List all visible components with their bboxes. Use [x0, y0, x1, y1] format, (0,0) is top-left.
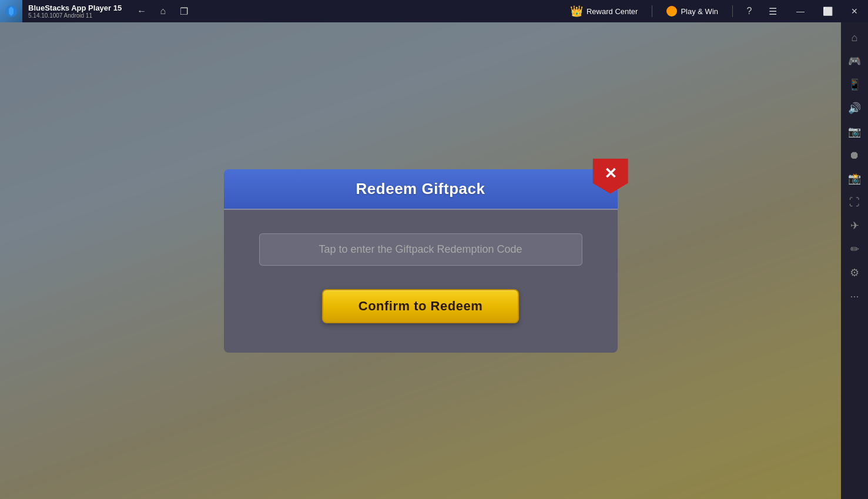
redemption-code-input[interactable] — [259, 233, 582, 266]
separator2 — [732, 5, 733, 17]
app-logo — [0, 0, 22, 22]
titlebar: BlueStacks App Player 15 5.14.10.1007 An… — [0, 0, 868, 22]
titlebar-actions: 👑 Reward Center Play & Win ? ☰ — [563, 2, 782, 21]
tabs-button[interactable]: ❐ — [175, 2, 193, 21]
orange-circle-icon — [666, 6, 677, 16]
sidebar-more-icon[interactable]: ··· — [844, 286, 865, 307]
sidebar-volume-icon[interactable]: 🔊 — [844, 98, 865, 119]
app-info: BlueStacks App Player 15 5.14.10.1007 An… — [22, 2, 128, 20]
close-shield: ✕ — [593, 159, 628, 194]
nav-controls: ← ⌂ ❐ — [132, 2, 193, 21]
sidebar-airplane-icon[interactable]: ✈ — [844, 215, 865, 236]
minimize-button[interactable]: — — [787, 0, 814, 22]
sidebar-settings-icon[interactable]: ⚙ — [844, 262, 865, 283]
crown-icon: 👑 — [570, 5, 583, 18]
sidebar-home-icon[interactable]: ⌂ — [844, 27, 865, 48]
sidebar-edit-icon[interactable]: ✏ — [844, 239, 865, 260]
app-version: 5.14.10.1007 Android 11 — [28, 12, 122, 19]
right-sidebar: ⌂ 🎮 📱 🔊 📷 ⏺ 📸 ⛶ ✈ ✏ ⚙ ··· — [841, 22, 868, 499]
app-name: BlueStacks App Player 15 — [28, 4, 122, 12]
sidebar-portrait-icon[interactable]: 📱 — [844, 74, 865, 95]
home-button[interactable]: ⌂ — [153, 2, 172, 21]
main-area: Redeem Giftpack ✕ Confirm to Redeem — [0, 22, 841, 499]
confirm-redeem-button[interactable]: Confirm to Redeem — [322, 289, 519, 323]
reward-center-button[interactable]: 👑 Reward Center — [563, 2, 645, 20]
sidebar-camera-icon[interactable]: 📷 — [844, 121, 865, 142]
menu-button[interactable]: ☰ — [763, 2, 782, 21]
play-win-label: Play & Win — [681, 7, 718, 16]
maximize-button[interactable]: ⬜ — [814, 0, 841, 22]
window-controls: — ⬜ ✕ — [787, 0, 868, 22]
sidebar-gamepad-icon[interactable]: 🎮 — [844, 51, 865, 72]
dialog-close-button[interactable]: ✕ — [593, 159, 628, 194]
sidebar-record-icon[interactable]: ⏺ — [844, 145, 865, 166]
sidebar-screenshot-icon[interactable]: 📸 — [844, 168, 865, 189]
dialog-body: Confirm to Redeem — [224, 209, 618, 353]
sidebar-fullscreen-icon[interactable]: ⛶ — [844, 192, 865, 213]
play-win-button[interactable]: Play & Win — [659, 4, 725, 19]
dialog-title: Redeem Giftpack — [356, 180, 485, 198]
back-button[interactable]: ← — [132, 2, 151, 21]
separator — [652, 5, 652, 17]
help-button[interactable]: ? — [740, 2, 759, 21]
reward-center-label: Reward Center — [587, 7, 638, 16]
close-x-icon: ✕ — [604, 165, 617, 183]
close-button[interactable]: ✕ — [841, 0, 868, 22]
dialog-header: Redeem Giftpack ✕ — [224, 169, 618, 209]
redeem-dialog: Redeem Giftpack ✕ Confirm to Redeem — [224, 169, 618, 353]
